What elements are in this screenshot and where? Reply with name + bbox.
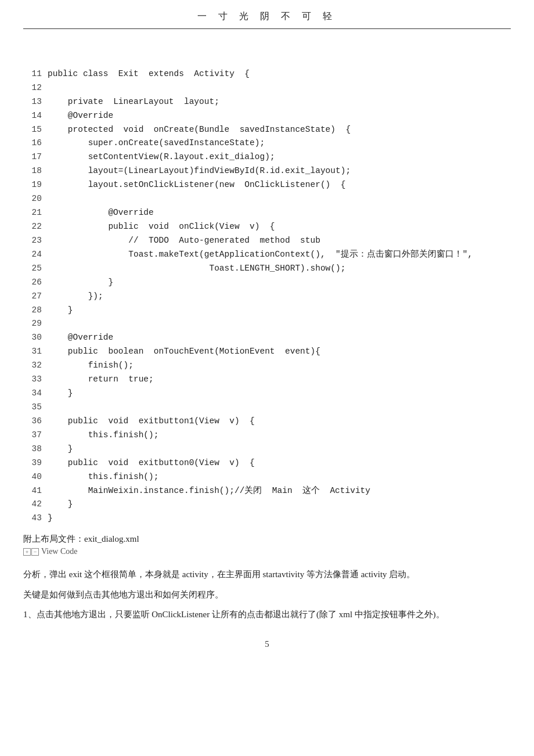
code-line: 25 Toast.LENGTH_SHORT).show(); [23,262,511,276]
line-number: 34 [23,387,42,401]
expand-icon-plus: + [23,548,31,556]
line-content: } [48,276,511,290]
line-content: private LinearLayout layout; [48,95,511,109]
view-code-label: View Code [41,547,78,556]
code-line: 27 }); [23,290,511,304]
code-line: 16 super.onCreate(savedInstanceState); [23,136,511,150]
code-line: 38 } [23,442,511,456]
line-number: 12 [23,81,42,95]
view-code-section[interactable]: +− View Code [23,547,511,556]
code-block: 11public class Exit extends Activity {12… [23,39,511,525]
line-number: 24 [23,248,42,262]
analysis-section: 分析，弹出 exit 这个框很简单，本身就是 activity，在主界面用 st… [23,567,511,622]
code-line: 29 [23,317,511,331]
line-number: 30 [23,331,42,345]
line-content: } [48,498,511,512]
expand-icons: +− [23,548,39,556]
code-line: 40 this.finish(); [23,470,511,484]
line-number: 41 [23,484,42,498]
code-line: 34 } [23,387,511,401]
line-number: 16 [23,136,42,150]
code-line: 18 layout=(LinearLayout)findViewById(R.i… [23,164,511,178]
line-number: 20 [23,192,42,206]
code-line: 26 } [23,276,511,290]
line-number: 35 [23,401,42,415]
line-content: public class Exit extends Activity { [48,67,511,81]
code-line: 41 MainWeixin.instance.finish();//关闭 Mai… [23,484,511,498]
code-line: 15 protected void onCreate(Bundle savedI… [23,123,511,137]
line-number: 33 [23,373,42,387]
line-number: 26 [23,276,42,290]
line-content: this.finish(); [48,470,511,484]
line-number: 28 [23,304,42,318]
line-number: 11 [23,67,42,81]
line-content: layout.setOnClickListener(new OnClickLis… [48,178,511,192]
code-line: 13 private LinearLayout layout; [23,95,511,109]
line-content: @Override [48,109,511,123]
code-line: 43} [23,512,511,525]
line-number: 39 [23,456,42,470]
code-line: 22 public void onClick(View v) { [23,220,511,234]
line-content: this.finish(); [48,429,511,442]
expand-icon-minus: − [31,548,39,556]
line-content: } [48,387,511,401]
line-content: public boolean onTouchEvent(MotionEvent … [48,345,511,359]
line-content: setContentView(R.layout.exit_dialog); [48,150,511,164]
line-number: 23 [23,234,42,248]
line-number: 38 [23,442,42,456]
code-line: 17 setContentView(R.layout.exit_dialog); [23,150,511,164]
code-line: 24 Toast.makeText(getApplicationContext(… [23,248,511,262]
line-content: @Override [48,331,511,345]
code-line: 37 this.finish(); [23,429,511,442]
line-content: } [48,512,511,525]
code-line: 42 } [23,498,511,512]
line-number: 42 [23,498,42,512]
line-content: @Override [48,206,511,220]
line-number: 43 [23,512,42,525]
line-number: 29 [23,317,42,331]
line-content: return true; [48,373,511,387]
line-content: super.onCreate(savedInstanceState); [48,136,511,150]
line-number: 27 [23,290,42,304]
line-content: layout=(LinearLayout)findViewById(R.id.e… [48,164,511,178]
code-line: 31 public boolean onTouchEvent(MotionEve… [23,345,511,359]
line-content: } [48,442,511,456]
line-number: 25 [23,262,42,276]
line-number: 32 [23,359,42,373]
line-content: protected void onCreate(Bundle savedInst… [48,123,511,137]
line-content: Toast.makeText(getApplicationContext(), … [48,248,511,262]
attachment-label: 附上布局文件：exit_dialog.xml [23,534,511,545]
line-number: 17 [23,150,42,164]
page-number: 5 [0,639,534,649]
line-content: }); [48,290,511,304]
line-content: MainWeixin.instance.finish();//关闭 Main 这… [48,484,511,498]
line-content: public void onClick(View v) { [48,220,511,234]
code-line: 20 [23,192,511,206]
code-line: 21 @Override [23,206,511,220]
line-number: 37 [23,429,42,442]
line-number: 36 [23,415,42,429]
code-line: 19 layout.setOnClickListener(new OnClick… [23,178,511,192]
line-number: 31 [23,345,42,359]
analysis-paragraph-3: 1、点击其他地方退出，只要监听 OnClickListener 让所有的点击都退… [23,607,511,622]
analysis-paragraph-2: 关键是如何做到点击其他地方退出和如何关闭程序。 [23,587,511,602]
line-content: public void exitbutton1(View v) { [48,415,511,429]
code-line: 28 } [23,304,511,318]
analysis-paragraph-1: 分析，弹出 exit 这个框很简单，本身就是 activity，在主界面用 st… [23,567,511,582]
code-line: 32 finish(); [23,359,511,373]
code-line: 14 @Override [23,109,511,123]
line-number: 15 [23,123,42,137]
line-number: 40 [23,470,42,484]
page-title: 一 寸 光 阴 不 可 轻 [23,0,511,29]
line-number: 18 [23,164,42,178]
line-content: finish(); [48,359,511,373]
line-number: 22 [23,220,42,234]
line-content: // TODO Auto-generated method stub [48,234,511,248]
code-line: 33 return true; [23,373,511,387]
line-number: 21 [23,206,42,220]
code-line: 39 public void exitbutton0(View v) { [23,456,511,470]
code-line: 11public class Exit extends Activity { [23,67,511,81]
line-content: Toast.LENGTH_SHORT).show(); [48,262,511,276]
code-line: 30 @Override [23,331,511,345]
line-number: 13 [23,95,42,109]
